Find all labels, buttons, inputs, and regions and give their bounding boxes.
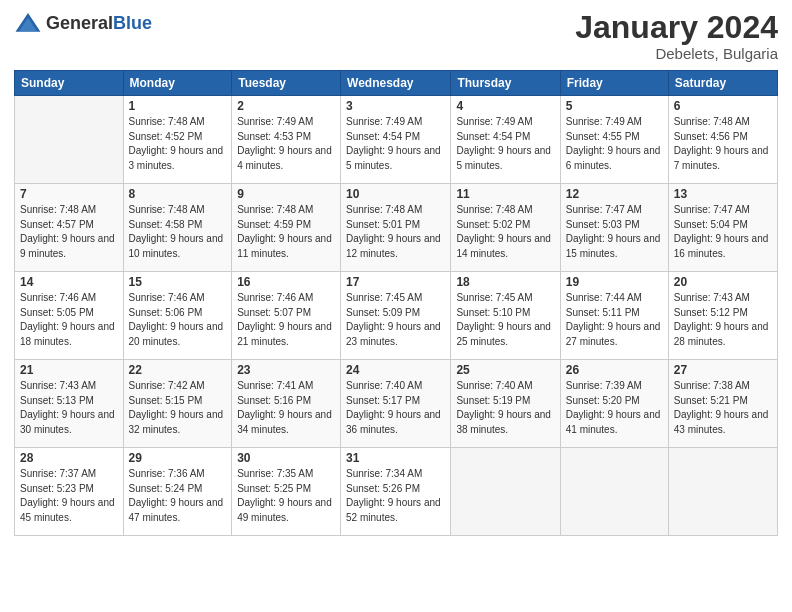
day-info: Sunrise: 7:43 AM Sunset: 5:12 PM Dayligh… (674, 291, 772, 349)
calendar-cell: 8Sunrise: 7:48 AM Sunset: 4:58 PM Daylig… (123, 184, 232, 272)
calendar-table: Sunday Monday Tuesday Wednesday Thursday… (14, 70, 778, 536)
day-info: Sunrise: 7:48 AM Sunset: 4:57 PM Dayligh… (20, 203, 118, 261)
calendar-cell: 16Sunrise: 7:46 AM Sunset: 5:07 PM Dayli… (232, 272, 341, 360)
calendar-cell: 10Sunrise: 7:48 AM Sunset: 5:01 PM Dayli… (341, 184, 451, 272)
day-info: Sunrise: 7:42 AM Sunset: 5:15 PM Dayligh… (129, 379, 227, 437)
day-info: Sunrise: 7:39 AM Sunset: 5:20 PM Dayligh… (566, 379, 663, 437)
day-info: Sunrise: 7:47 AM Sunset: 5:04 PM Dayligh… (674, 203, 772, 261)
day-info: Sunrise: 7:36 AM Sunset: 5:24 PM Dayligh… (129, 467, 227, 525)
calendar-cell: 26Sunrise: 7:39 AM Sunset: 5:20 PM Dayli… (560, 360, 668, 448)
day-number: 9 (237, 187, 335, 201)
calendar-cell (15, 96, 124, 184)
calendar-cell: 9Sunrise: 7:48 AM Sunset: 4:59 PM Daylig… (232, 184, 341, 272)
day-info: Sunrise: 7:44 AM Sunset: 5:11 PM Dayligh… (566, 291, 663, 349)
day-number: 20 (674, 275, 772, 289)
day-number: 7 (20, 187, 118, 201)
calendar-cell: 29Sunrise: 7:36 AM Sunset: 5:24 PM Dayli… (123, 448, 232, 536)
calendar-cell: 31Sunrise: 7:34 AM Sunset: 5:26 PM Dayli… (341, 448, 451, 536)
logo: GeneralBlue (14, 10, 152, 38)
day-number: 15 (129, 275, 227, 289)
day-number: 28 (20, 451, 118, 465)
day-info: Sunrise: 7:47 AM Sunset: 5:03 PM Dayligh… (566, 203, 663, 261)
col-wednesday: Wednesday (341, 71, 451, 96)
calendar-header-row: Sunday Monday Tuesday Wednesday Thursday… (15, 71, 778, 96)
calendar-cell: 2Sunrise: 7:49 AM Sunset: 4:53 PM Daylig… (232, 96, 341, 184)
logo-text-blue: Blue (113, 13, 152, 33)
day-info: Sunrise: 7:48 AM Sunset: 4:58 PM Dayligh… (129, 203, 227, 261)
day-info: Sunrise: 7:43 AM Sunset: 5:13 PM Dayligh… (20, 379, 118, 437)
day-info: Sunrise: 7:38 AM Sunset: 5:21 PM Dayligh… (674, 379, 772, 437)
col-tuesday: Tuesday (232, 71, 341, 96)
calendar-cell (668, 448, 777, 536)
day-info: Sunrise: 7:49 AM Sunset: 4:53 PM Dayligh… (237, 115, 335, 173)
day-info: Sunrise: 7:45 AM Sunset: 5:09 PM Dayligh… (346, 291, 445, 349)
day-number: 11 (456, 187, 554, 201)
calendar-week-row: 28Sunrise: 7:37 AM Sunset: 5:23 PM Dayli… (15, 448, 778, 536)
main-container: GeneralBlue January 2024 Debelets, Bulga… (0, 0, 792, 612)
calendar-cell: 3Sunrise: 7:49 AM Sunset: 4:54 PM Daylig… (341, 96, 451, 184)
day-number: 26 (566, 363, 663, 377)
day-number: 1 (129, 99, 227, 113)
calendar-cell: 6Sunrise: 7:48 AM Sunset: 4:56 PM Daylig… (668, 96, 777, 184)
day-number: 2 (237, 99, 335, 113)
calendar-week-row: 7Sunrise: 7:48 AM Sunset: 4:57 PM Daylig… (15, 184, 778, 272)
month-year: January 2024 (575, 10, 778, 45)
calendar-cell: 12Sunrise: 7:47 AM Sunset: 5:03 PM Dayli… (560, 184, 668, 272)
calendar-cell: 27Sunrise: 7:38 AM Sunset: 5:21 PM Dayli… (668, 360, 777, 448)
calendar-cell: 20Sunrise: 7:43 AM Sunset: 5:12 PM Dayli… (668, 272, 777, 360)
calendar-cell: 24Sunrise: 7:40 AM Sunset: 5:17 PM Dayli… (341, 360, 451, 448)
calendar-week-row: 14Sunrise: 7:46 AM Sunset: 5:05 PM Dayli… (15, 272, 778, 360)
title-block: January 2024 Debelets, Bulgaria (575, 10, 778, 62)
day-info: Sunrise: 7:40 AM Sunset: 5:17 PM Dayligh… (346, 379, 445, 437)
calendar-cell: 30Sunrise: 7:35 AM Sunset: 5:25 PM Dayli… (232, 448, 341, 536)
logo-text-general: General (46, 13, 113, 33)
day-number: 22 (129, 363, 227, 377)
calendar-cell: 7Sunrise: 7:48 AM Sunset: 4:57 PM Daylig… (15, 184, 124, 272)
day-info: Sunrise: 7:46 AM Sunset: 5:05 PM Dayligh… (20, 291, 118, 349)
col-friday: Friday (560, 71, 668, 96)
col-thursday: Thursday (451, 71, 560, 96)
day-number: 13 (674, 187, 772, 201)
day-info: Sunrise: 7:46 AM Sunset: 5:06 PM Dayligh… (129, 291, 227, 349)
calendar-cell: 25Sunrise: 7:40 AM Sunset: 5:19 PM Dayli… (451, 360, 560, 448)
header: GeneralBlue January 2024 Debelets, Bulga… (14, 10, 778, 62)
calendar-cell: 5Sunrise: 7:49 AM Sunset: 4:55 PM Daylig… (560, 96, 668, 184)
calendar-cell (560, 448, 668, 536)
day-number: 5 (566, 99, 663, 113)
calendar-week-row: 21Sunrise: 7:43 AM Sunset: 5:13 PM Dayli… (15, 360, 778, 448)
day-number: 3 (346, 99, 445, 113)
day-number: 16 (237, 275, 335, 289)
day-number: 30 (237, 451, 335, 465)
day-info: Sunrise: 7:34 AM Sunset: 5:26 PM Dayligh… (346, 467, 445, 525)
day-info: Sunrise: 7:49 AM Sunset: 4:55 PM Dayligh… (566, 115, 663, 173)
day-number: 4 (456, 99, 554, 113)
calendar-cell: 28Sunrise: 7:37 AM Sunset: 5:23 PM Dayli… (15, 448, 124, 536)
calendar-cell: 13Sunrise: 7:47 AM Sunset: 5:04 PM Dayli… (668, 184, 777, 272)
day-info: Sunrise: 7:49 AM Sunset: 4:54 PM Dayligh… (346, 115, 445, 173)
day-info: Sunrise: 7:41 AM Sunset: 5:16 PM Dayligh… (237, 379, 335, 437)
day-info: Sunrise: 7:48 AM Sunset: 5:02 PM Dayligh… (456, 203, 554, 261)
day-number: 14 (20, 275, 118, 289)
calendar-cell: 22Sunrise: 7:42 AM Sunset: 5:15 PM Dayli… (123, 360, 232, 448)
calendar-cell: 4Sunrise: 7:49 AM Sunset: 4:54 PM Daylig… (451, 96, 560, 184)
day-number: 31 (346, 451, 445, 465)
calendar-cell (451, 448, 560, 536)
calendar-cell: 1Sunrise: 7:48 AM Sunset: 4:52 PM Daylig… (123, 96, 232, 184)
day-info: Sunrise: 7:49 AM Sunset: 4:54 PM Dayligh… (456, 115, 554, 173)
location: Debelets, Bulgaria (575, 45, 778, 62)
day-info: Sunrise: 7:48 AM Sunset: 4:59 PM Dayligh… (237, 203, 335, 261)
day-number: 10 (346, 187, 445, 201)
day-info: Sunrise: 7:40 AM Sunset: 5:19 PM Dayligh… (456, 379, 554, 437)
day-number: 6 (674, 99, 772, 113)
day-number: 8 (129, 187, 227, 201)
day-number: 27 (674, 363, 772, 377)
logo-icon (14, 10, 42, 38)
day-info: Sunrise: 7:35 AM Sunset: 5:25 PM Dayligh… (237, 467, 335, 525)
day-number: 19 (566, 275, 663, 289)
day-number: 12 (566, 187, 663, 201)
day-number: 24 (346, 363, 445, 377)
calendar-cell: 23Sunrise: 7:41 AM Sunset: 5:16 PM Dayli… (232, 360, 341, 448)
day-number: 23 (237, 363, 335, 377)
day-info: Sunrise: 7:46 AM Sunset: 5:07 PM Dayligh… (237, 291, 335, 349)
day-info: Sunrise: 7:37 AM Sunset: 5:23 PM Dayligh… (20, 467, 118, 525)
